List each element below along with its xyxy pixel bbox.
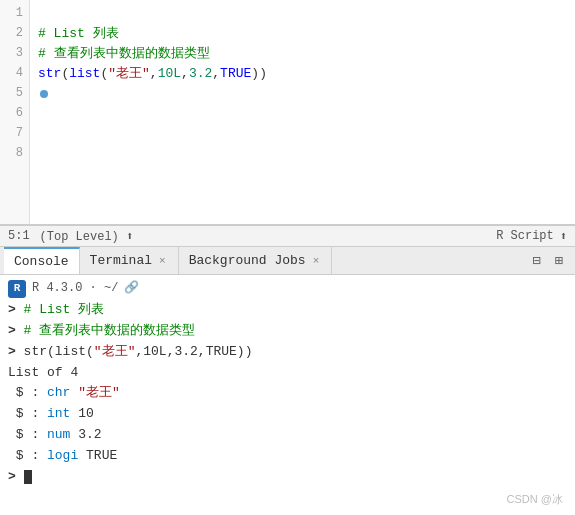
code-line-3: # 查看列表中数据的数据类型 xyxy=(38,44,567,64)
line-num-1: 1 xyxy=(6,4,23,24)
tab-terminal[interactable]: Terminal × xyxy=(80,247,179,274)
code-line-7 xyxy=(38,124,567,144)
console-line-2: > # 查看列表中数据的数据类型 xyxy=(8,321,567,342)
line-num-6: 6 xyxy=(6,104,23,124)
console-output-list-header: List of 4 xyxy=(8,363,567,384)
line-num-5: 5 xyxy=(6,84,23,104)
code-editor[interactable]: # List 列表 # 查看列表中数据的数据类型 str(list("老王",1… xyxy=(30,0,575,224)
code-line-6 xyxy=(38,104,567,124)
console-output-chr: $ : chr "老王" xyxy=(8,383,567,404)
tab-background-jobs-label: Background Jobs xyxy=(189,253,306,268)
editor-area: 1 2 3 4 5 6 7 8 # List 列表 # 查看列表中数据的数据类型… xyxy=(0,0,575,225)
console-line-1: > # List 列表 xyxy=(8,300,567,321)
console-area[interactable]: R R 4.3.0 · ~/ 🔗 > # List 列表 > # 查看列表中数据… xyxy=(0,275,575,515)
scope-indicator: (Top Level) ⬆ xyxy=(40,229,134,244)
line-num-8: 8 xyxy=(6,144,23,164)
code-line-8 xyxy=(38,144,567,164)
r-version: R 4.3.0 · ~/ xyxy=(32,279,118,298)
tab-console[interactable]: Console xyxy=(4,247,80,274)
working-dir-icon: 🔗 xyxy=(124,279,139,298)
tab-console-label: Console xyxy=(14,254,69,269)
status-right: R Script ⬆ xyxy=(496,229,567,244)
minimize-icon[interactable]: ⊟ xyxy=(528,250,544,271)
console-empty-prompt[interactable]: > xyxy=(8,467,567,488)
filetype-indicator: R Script xyxy=(496,229,554,243)
console-cursor xyxy=(24,470,32,484)
console-tab-bar: Console Terminal × Background Jobs × ⊟ ⊞ xyxy=(0,247,575,275)
code-line-4: str(list("老王",10L,3.2,TRUE)) xyxy=(38,64,567,84)
code-line-1 xyxy=(38,4,567,24)
console-line-3: > str(list("老王",10L,3.2,TRUE)) xyxy=(8,342,567,363)
console-wrapper: R R 4.3.0 · ~/ 🔗 > # List 列表 > # 查看列表中数据… xyxy=(0,275,575,515)
r-logo-icon: R xyxy=(8,280,26,298)
console-output-int: $ : int 10 xyxy=(8,404,567,425)
console-output-num: $ : num 3.2 xyxy=(8,425,567,446)
tab-terminal-close[interactable]: × xyxy=(157,254,168,268)
tab-background-jobs-close[interactable]: × xyxy=(311,254,322,268)
cursor-position: 5:1 xyxy=(8,229,30,243)
status-bar: 5:1 (Top Level) ⬆ R Script ⬆ xyxy=(0,225,575,247)
code-line-2: # List 列表 xyxy=(38,24,567,44)
line-num-2: 2 xyxy=(6,24,23,44)
line-num-7: 7 xyxy=(6,124,23,144)
cursor-indicator xyxy=(40,90,48,98)
maximize-icon[interactable]: ⊞ xyxy=(551,250,567,271)
console-header: R R 4.3.0 · ~/ 🔗 xyxy=(8,279,567,298)
watermark: CSDN @冰 xyxy=(507,492,563,507)
tab-terminal-label: Terminal xyxy=(90,253,152,268)
tab-background-jobs[interactable]: Background Jobs × xyxy=(179,247,333,274)
code-line-5 xyxy=(38,84,567,104)
line-num-3: 3 xyxy=(6,44,23,64)
tab-bar-right-icons: ⊟ ⊞ xyxy=(528,247,575,274)
line-num-4: 4 xyxy=(6,64,23,84)
console-output-logi: $ : logi TRUE xyxy=(8,446,567,467)
line-numbers: 1 2 3 4 5 6 7 8 xyxy=(0,0,30,224)
